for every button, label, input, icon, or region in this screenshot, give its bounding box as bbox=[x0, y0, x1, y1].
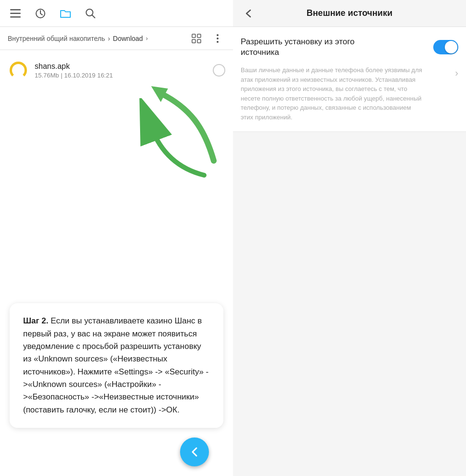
left-top-icons bbox=[8, 6, 98, 21]
svg-rect-7 bbox=[197, 34, 201, 38]
svg-rect-8 bbox=[192, 39, 195, 43]
page-title: Внешние источники bbox=[260, 8, 439, 18]
left-panel: Внутренний общий накопитель › Download › bbox=[0, 0, 233, 476]
breadcrumb-separator: › bbox=[108, 35, 110, 42]
breadcrumb: Внутренний общий накопитель › Download › bbox=[0, 27, 233, 50]
toggle-knob bbox=[445, 41, 457, 53]
breadcrumb-current[interactable]: Download bbox=[113, 35, 143, 42]
svg-point-11 bbox=[217, 38, 219, 39]
instruction-body: Если вы устанавливаете казино Шанс в пер… bbox=[23, 316, 208, 414]
folder-icon[interactable] bbox=[58, 6, 73, 21]
green-arrow-svg bbox=[132, 79, 228, 175]
right-top-bar: Внешние источники bbox=[233, 0, 466, 27]
app-container: Внутренний общий накопитель › Download › bbox=[0, 0, 466, 476]
breadcrumb-arrow-icon: › bbox=[146, 35, 148, 42]
setting-row: Разрешить установку из этого источника bbox=[241, 37, 458, 58]
setting-description: Ваши личные данные и данные телефона бол… bbox=[241, 65, 424, 122]
search-icon[interactable] bbox=[83, 6, 98, 21]
file-name: shans.apk bbox=[35, 62, 207, 71]
svg-rect-1 bbox=[10, 13, 21, 14]
svg-rect-2 bbox=[10, 16, 21, 18]
fab-back-button[interactable] bbox=[180, 437, 209, 466]
more-options-icon[interactable] bbox=[210, 31, 225, 46]
menu-icon[interactable] bbox=[8, 6, 23, 21]
file-meta-sep: | bbox=[61, 72, 62, 79]
grid-view-icon[interactable] bbox=[189, 31, 204, 46]
svg-point-10 bbox=[217, 34, 219, 36]
instruction-box: Шаг 2. Если вы устанавливаете казино Шан… bbox=[10, 303, 223, 428]
svg-marker-14 bbox=[151, 86, 168, 102]
svg-rect-9 bbox=[197, 39, 201, 43]
breadcrumb-root[interactable]: Внутренний общий накопитель bbox=[8, 35, 105, 42]
fab-back-icon bbox=[188, 445, 201, 459]
breadcrumb-actions bbox=[189, 31, 225, 46]
settings-card: Разрешить установку из этого источника В… bbox=[233, 27, 466, 132]
svg-point-12 bbox=[217, 41, 219, 43]
svg-rect-0 bbox=[10, 9, 21, 11]
instruction-text: Шаг 2. Если вы устанавливаете казино Шан… bbox=[23, 315, 210, 416]
history-icon[interactable] bbox=[33, 6, 48, 21]
svg-line-5 bbox=[92, 15, 95, 18]
allow-unknown-sources-toggle[interactable] bbox=[433, 40, 458, 54]
file-checkbox[interactable] bbox=[213, 64, 225, 77]
back-button[interactable] bbox=[241, 6, 256, 21]
right-panel: Внешние источники Разрешить установку из… bbox=[233, 0, 466, 476]
file-size: 15.76Mb bbox=[35, 72, 59, 79]
file-item[interactable]: shans.apk 15.76Mb | 16.10.2019 16:21 bbox=[0, 54, 233, 87]
file-meta: 15.76Mb | 16.10.2019 16:21 bbox=[35, 72, 207, 79]
green-arrow-indicator bbox=[127, 98, 223, 194]
setting-label: Разрешить установку из этого источника bbox=[241, 37, 375, 58]
file-info: shans.apk 15.76Mb | 16.10.2019 16:21 bbox=[35, 62, 207, 79]
svg-rect-6 bbox=[192, 34, 195, 38]
chevron-right-icon[interactable]: › bbox=[455, 67, 458, 78]
left-top-bar bbox=[0, 0, 233, 27]
setting-description-row: Ваши личные данные и данные телефона бол… bbox=[241, 65, 458, 122]
file-date: 16.10.2019 16:21 bbox=[64, 72, 113, 79]
apk-icon bbox=[8, 60, 29, 81]
instruction-step: Шаг 2. bbox=[23, 316, 49, 325]
